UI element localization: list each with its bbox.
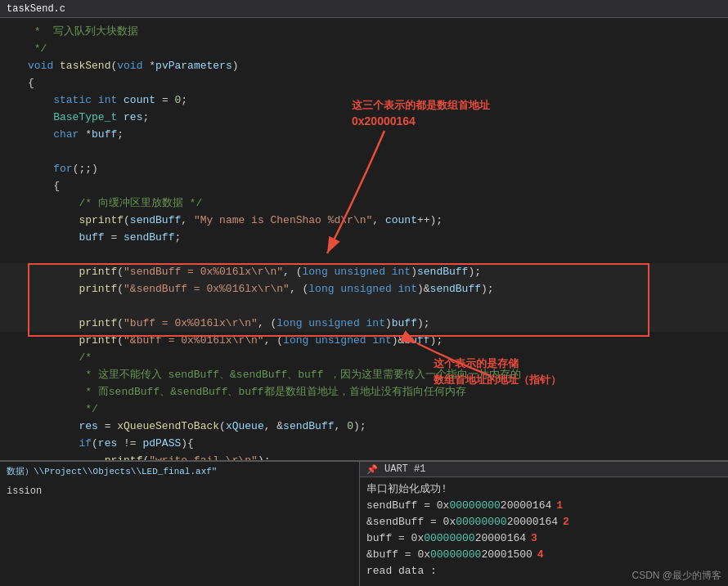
code-line-12: sprintf(sendBuff, "My name is ChenShao %… (0, 212, 728, 229)
bottom-left-panel: 数据）\\Project\\Objects\\LED_final.axf" is… (0, 462, 360, 586)
code-line-26: printf("write fail \r\n"); (0, 452, 728, 462)
code-line-18: printf("buff = 0x%016lx\r\n", (long unsi… (0, 315, 728, 332)
watermark: CSDN @最少的博客 (631, 569, 721, 583)
code-line-8 (0, 143, 728, 160)
code-line-24: res = xQueueSendToBack(xQueue, &sendBuff… (0, 418, 728, 435)
code-line-2: */ (0, 40, 728, 57)
code-line-16: printf("&sendBuff = 0x%016lx\r\n", (long… (0, 280, 728, 297)
pin-icon: 📌 (366, 464, 378, 475)
bottom-panel: 数据）\\Project\\Objects\\LED_final.axf" is… (0, 462, 728, 586)
uart-line-4: &buff = 0x0000000020001500 4 (366, 546, 721, 562)
uart-line-2: &sendBuff = 0x0000000020000164 2 (366, 513, 721, 530)
code-line-13: buff = sendBuff; (0, 229, 728, 246)
bottom-left-content: ission (7, 485, 353, 497)
code-line-3: void taskSend(void *pvParameters) (0, 57, 728, 74)
uart-line-3: buff = 0x0000000020000164 3 (366, 530, 721, 546)
code-line-21: * 这里不能传入 sendBuff、&sendBuff、buff ，因为这里需要… (0, 366, 728, 383)
uart-line-1: sendBuff = 0x0000000020000164 1 (366, 497, 721, 513)
bottom-left-path: 数据）\\Project\\Objects\\LED_final.axf" (7, 465, 353, 477)
code-line-6: BaseType_t res; (0, 109, 728, 126)
code-container: * 写入队列大块数据 */ void taskSend(void *pvPara… (0, 18, 728, 462)
code-line-1: * 写入队列大块数据 (0, 23, 728, 40)
top-bar: taskSend.c (0, 0, 728, 18)
code-line-14 (0, 246, 728, 263)
uart-header: 📌 UART #1 (360, 462, 728, 477)
code-line-23: */ (0, 400, 728, 418)
tab-label: taskSend.c (7, 3, 65, 15)
uart-title: UART #1 (384, 463, 425, 475)
code-line-22: * 而sendBuff、&sendBuff、buff都是数组首地址，首地址没有指… (0, 383, 728, 400)
uart-line-0: 串口初始化成功! (366, 481, 721, 497)
code-line-15: printf("sendBuff = 0x%016lx\r\n", (long … (0, 263, 728, 280)
uart-panel: 📌 UART #1 串口初始化成功! sendBuff = 0x00000000… (360, 462, 728, 586)
code-line-19: printf("&buff = 0x%016lx\r\n", (long uns… (0, 332, 728, 349)
code-line-11: /* 向缓冲区里放数据 */ (0, 195, 728, 212)
code-line-7: char *buff; (0, 126, 728, 143)
code-line-9: for(;;) (0, 160, 728, 177)
code-line-10: { (0, 177, 728, 195)
code-line-20: /* (0, 349, 728, 366)
code-line-25: if(res != pdPASS){ (0, 435, 728, 452)
code-line-5: static int count = 0; (0, 92, 728, 109)
editor-area: taskSend.c * 写入队列大块数据 */ void taskSend(v… (0, 0, 728, 462)
code-line-17 (0, 297, 728, 315)
code-line-4: { (0, 74, 728, 92)
